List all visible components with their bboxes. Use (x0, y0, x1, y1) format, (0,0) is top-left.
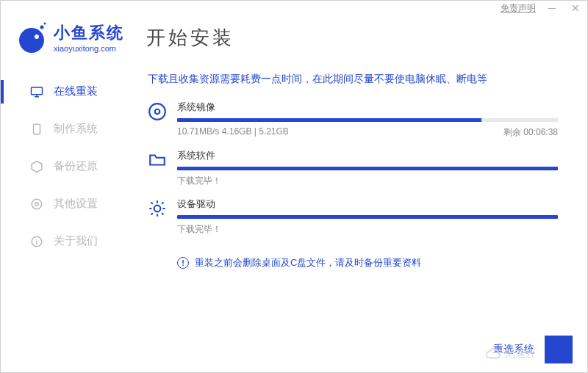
svg-point-6 (35, 202, 39, 206)
sidebar-item-label: 在线重装 (54, 84, 98, 98)
titlebar: 免责声明 ─ ✕ (1, 1, 587, 15)
progress-bar-fill (177, 167, 558, 170)
brand-domain: xiaoyuxitong.com (54, 44, 124, 53)
svg-point-1 (35, 35, 39, 39)
notice-text: 下载且收集资源需要耗费一点时间，在此期间尽量不要使电脑休眠、断电等 (148, 73, 558, 86)
sidebar-item-label: 其他设置 (54, 197, 98, 211)
svg-rect-4 (32, 87, 43, 95)
header: 小鱼系统 xiaoyuxitong.com 开始安装 (1, 15, 587, 65)
progress-bar-track (177, 118, 558, 122)
task-title: 系统软件 (177, 149, 558, 162)
logo: 小鱼系统 xiaoyuxitong.com (15, 21, 124, 54)
sidebar-item-settings[interactable]: 其他设置 (1, 185, 133, 222)
folder-icon (148, 151, 167, 170)
monitor-icon (30, 85, 43, 98)
sidebar: 在线重装 制作系统 备份还原 其他设置 关于我们 (1, 65, 133, 349)
svg-point-2 (40, 26, 44, 29)
task-status-left: 下载完毕！ (177, 175, 221, 187)
sidebar-item-reinstall[interactable]: 在线重装 (1, 73, 133, 110)
usb-icon (30, 123, 43, 136)
corner-flag (545, 336, 573, 363)
sidebar-item-label: 制作系统 (54, 122, 98, 136)
progress-bar-fill (177, 118, 481, 122)
info-icon (30, 235, 43, 248)
task-title: 系统镜像 (177, 101, 558, 114)
disc-icon (148, 102, 167, 121)
svg-point-11 (154, 206, 161, 212)
progress-bar-fill (177, 215, 558, 219)
fish-logo-icon (15, 21, 48, 54)
brand-name: 小鱼系统 (54, 22, 124, 44)
svg-point-10 (155, 109, 160, 115)
gear-icon (148, 199, 167, 218)
progress-bar-track (177, 215, 558, 219)
svg-point-0 (19, 28, 44, 53)
task-system-image: 系统镜像 10.71MB/s 4.16GB | 5.21GB 剩余 00:06:… (148, 101, 558, 139)
task-system-software: 系统软件 下载完毕！ (148, 149, 558, 187)
sidebar-item-label: 备份还原 (54, 159, 98, 173)
page-title: 开始安装 (146, 25, 234, 51)
gear-icon (30, 198, 43, 211)
close-button[interactable]: ✕ (568, 1, 583, 15)
svg-point-3 (44, 23, 46, 25)
reselect-system-link[interactable]: 重选系统 (493, 343, 534, 356)
svg-point-7 (32, 199, 42, 209)
svg-rect-5 (34, 124, 40, 134)
task-status-left: 下载完毕！ (177, 223, 221, 236)
warning-text: 重装之前会删除桌面及C盘文件，请及时备份重要资料 (195, 256, 421, 269)
svg-point-9 (149, 104, 165, 120)
task-status-right: 剩余 00:06:38 (503, 126, 558, 139)
footer: 重选系统 (493, 336, 573, 363)
sidebar-item-about[interactable]: 关于我们 (1, 222, 133, 260)
app-window: 免责声明 ─ ✕ 小鱼系统 xiaoyuxitong.com 开始安装 在线重装 (0, 0, 588, 373)
task-status-left: 10.71MB/s 4.16GB | 5.21GB (177, 126, 289, 139)
cube-icon (30, 160, 43, 173)
task-device-driver: 设备驱动 下载完毕！ (148, 198, 558, 236)
sidebar-item-label: 关于我们 (54, 234, 98, 248)
sidebar-item-create[interactable]: 制作系统 (1, 110, 133, 148)
minimize-button[interactable]: ─ (545, 1, 559, 15)
sidebar-item-backup[interactable]: 备份还原 (1, 148, 133, 185)
task-title: 设备驱动 (177, 198, 558, 211)
main-content: 下载且收集资源需要耗费一点时间，在此期间尽量不要使电脑休眠、断电等 系统镜像 1… (133, 65, 587, 349)
progress-bar-track (177, 167, 558, 170)
warning-icon: ! (177, 257, 189, 269)
warning-row: ! 重装之前会删除桌面及C盘文件，请及时备份重要资料 (177, 256, 558, 269)
disclaimer-link[interactable]: 免责声明 (501, 2, 536, 15)
